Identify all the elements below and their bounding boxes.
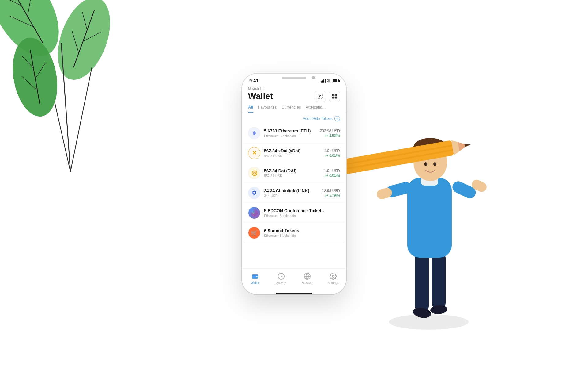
eth-chain: Ethereum Blockchain (264, 134, 320, 138)
home-indicator (276, 293, 312, 294)
nav-activity[interactable]: Activity (268, 271, 294, 286)
activity-nav-icon (277, 272, 285, 280)
browser-nav-icon (303, 272, 311, 280)
dai-logo: ◎ (248, 167, 260, 179)
xdai-usd: 1.01 USD (324, 149, 340, 153)
xdai-chain: 457.34 USD (264, 154, 324, 158)
edcon-name: 5 EDCON Conference Tickets (264, 208, 340, 213)
wallet-subtitle: MIKE.ETH (248, 87, 340, 90)
nav-settings[interactable]: Settings (320, 271, 346, 286)
browser-nav-label: Browser (301, 281, 313, 285)
eth-info: 5.6733 Ethereum (ETH) Ethereum Blockchai… (264, 128, 320, 138)
link-name: 24.34 Chainlink (LINK) (264, 188, 322, 193)
link-info: 24.34 Chainlink (LINK) 344 USD (264, 188, 322, 197)
dai-name: 567.34 Dai (DAI) (264, 168, 324, 173)
svg-rect-59 (252, 275, 258, 276)
nav-browser[interactable]: Browser (294, 271, 320, 286)
phone-mockup: 9:41 ⌘ MIKE.ETH Wallet (242, 74, 346, 294)
bottom-nav: Wallet Activity (242, 268, 346, 292)
svg-rect-49 (336, 98, 337, 98)
dai-info: 567.34 Dai (DAI) 557.34 USD (264, 168, 324, 178)
summit-info: 6 Summit Tokens Ethereum Blockchain (264, 228, 340, 237)
eth-change: (+ 2.53%) (320, 134, 340, 137)
svg-rect-58 (256, 276, 258, 277)
link-logo (248, 187, 260, 199)
edcon-logo: E (248, 207, 260, 219)
nav-wallet[interactable]: Wallet (242, 271, 268, 286)
wallet-nav-icon (251, 272, 259, 280)
tab-favourites[interactable]: Favourites (258, 105, 277, 113)
dai-value: 1.01 USD (+ 0.01%) (324, 169, 340, 177)
notch (282, 77, 306, 79)
link-usd: 12.98 USD (322, 189, 340, 193)
xdai-logo: ✕ (248, 147, 260, 159)
tab-bar: All Favourites Currencies Attestatio... (242, 102, 346, 113)
eth-value: 232.98 USD (+ 2.53%) (320, 129, 340, 137)
tab-all[interactable]: All (248, 105, 253, 113)
wallet-nav-label: Wallet (251, 281, 259, 285)
xdai-change: (+ 0.01%) (324, 154, 340, 157)
svg-rect-51 (335, 95, 336, 95)
wallet-header: MIKE.ETH Wallet (242, 83, 346, 102)
token-item-link[interactable]: 24.34 Chainlink (LINK) 344 USD 12.98 USD… (243, 183, 345, 203)
edcon-info: 5 EDCON Conference Tickets Ethereum Bloc… (264, 208, 340, 217)
add-tokens-row: Add / Hide Tokens + (243, 113, 345, 123)
token-item-dai[interactable]: ◎ 567.34 Dai (DAI) 557.34 USD 1.01 USD (… (243, 163, 345, 183)
add-hide-tokens-button[interactable]: Add / Hide Tokens + (303, 116, 340, 121)
token-item-edcon[interactable]: E 5 EDCON Conference Tickets Ethereum Bl… (243, 203, 345, 223)
signal-icon (321, 79, 326, 83)
settings-nav-label: Settings (327, 281, 338, 285)
tab-currencies[interactable]: Currencies (281, 105, 301, 113)
svg-rect-48 (335, 98, 336, 98)
battery-icon (332, 79, 339, 82)
qr-code-button[interactable] (329, 91, 340, 102)
scan-button[interactable] (315, 91, 326, 102)
wallet-title-row: Wallet (248, 91, 340, 102)
svg-rect-42 (320, 96, 321, 97)
summit-logo: 🛒 (248, 227, 260, 239)
xdai-info: 567.34 xDai (xDai) 457.34 USD (264, 148, 324, 158)
status-icons: ⌘ (321, 78, 339, 83)
token-list: Add / Hide Tokens + (242, 113, 346, 268)
activity-nav-label: Activity (276, 281, 286, 285)
phone-content: MIKE.ETH Wallet (242, 83, 346, 294)
wallet-title: Wallet (248, 91, 273, 101)
edcon-chain: Ethereum Blockchain (264, 214, 340, 217)
header-icons (315, 91, 340, 102)
summit-name: 6 Summit Tokens (264, 228, 340, 233)
plus-circle-icon: + (334, 116, 340, 121)
tab-attestations[interactable]: Attestatio... (306, 105, 326, 113)
phone-frame: 9:41 ⌘ MIKE.ETH Wallet (242, 74, 346, 294)
xdai-value: 1.01 USD (+ 0.01%) (324, 149, 340, 157)
svg-text:E: E (252, 211, 255, 215)
eth-name: 5.6733 Ethereum (ETH) (264, 128, 320, 133)
link-change: (+ 5.79%) (322, 194, 340, 197)
dai-change: (+ 0.01%) (324, 174, 340, 177)
svg-rect-46 (335, 97, 336, 98)
link-value: 12.98 USD (+ 5.79%) (322, 189, 340, 197)
status-time: 9:41 (249, 78, 258, 83)
camera-dot (312, 76, 315, 79)
svg-rect-47 (336, 97, 337, 98)
summit-chain: Ethereum Blockchain (264, 234, 340, 237)
eth-logo (248, 127, 260, 139)
link-chain: 344 USD (264, 194, 322, 197)
add-tokens-label: Add / Hide Tokens (303, 117, 333, 121)
xdai-name: 567.34 xDai (xDai) (264, 148, 324, 153)
wifi-icon: ⌘ (327, 78, 331, 83)
svg-rect-50 (333, 95, 334, 95)
dai-usd: 1.01 USD (324, 169, 340, 173)
dai-chain: 557.34 USD (264, 174, 324, 178)
svg-rect-52 (333, 97, 334, 98)
eth-usd: 232.98 USD (320, 129, 340, 133)
svg-point-62 (332, 275, 334, 277)
settings-nav-icon (329, 272, 337, 280)
token-item-summit[interactable]: 🛒 6 Summit Tokens Ethereum Blockchain (243, 223, 345, 243)
token-item-xdai[interactable]: ✕ 567.34 xDai (xDai) 457.34 USD 1.01 USD… (243, 143, 345, 163)
token-item-eth[interactable]: 5.6733 Ethereum (ETH) Ethereum Blockchai… (243, 123, 345, 143)
